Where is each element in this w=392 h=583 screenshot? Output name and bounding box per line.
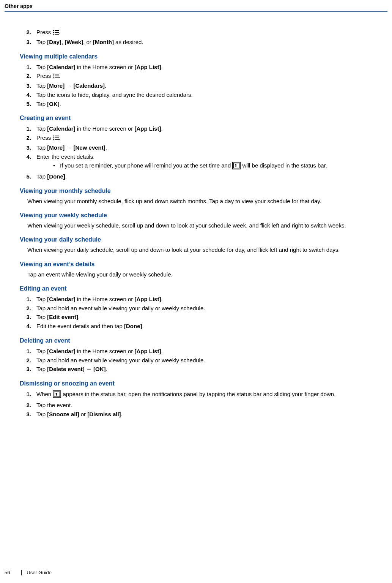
step-text: When appears in the status bar, open the… <box>36 391 335 397</box>
step-number: 1. <box>20 63 31 71</box>
sub-text: If you set a reminder, your phone will r… <box>60 162 327 169</box>
svg-point-6 <box>53 74 54 75</box>
svg-rect-9 <box>55 76 59 76</box>
calendar-icon <box>53 390 61 400</box>
step-text: Enter the event details. <box>36 153 94 160</box>
svg-rect-25 <box>56 393 57 394</box>
step-list: 1.Tap [Calendar] in the Home screen or [… <box>20 125 387 181</box>
step-text: Tap [Done]. <box>36 173 67 180</box>
step-text: Tap [Delete event] → [OK]. <box>36 366 107 372</box>
menu-icon <box>53 73 59 81</box>
menu-icon <box>53 134 59 143</box>
svg-point-10 <box>53 77 54 79</box>
step-item: 3.Tap [More] → [New event]. <box>20 144 387 152</box>
bullet-icon: • <box>53 161 55 170</box>
svg-rect-3 <box>55 32 59 33</box>
step-number: 3. <box>20 38 31 46</box>
svg-rect-15 <box>55 137 59 138</box>
svg-rect-17 <box>55 139 59 140</box>
step-text: Press . <box>36 134 60 141</box>
section-heading: Dismissing or snoozing an event <box>20 380 387 387</box>
step-text: Tap [Calendar] in the Home screen or [Ap… <box>36 64 163 70</box>
section-heading: Viewing your daily schedule <box>20 236 387 243</box>
step-text: Tap [Snooze all] or [Dismiss all]. <box>36 411 123 417</box>
step-number: 2. <box>20 401 31 409</box>
step-text: Tap and hold an event while viewing your… <box>36 357 205 363</box>
svg-point-8 <box>53 76 54 77</box>
step-number: 4. <box>20 322 31 330</box>
svg-rect-7 <box>55 74 59 74</box>
step-number: 5. <box>20 172 31 181</box>
step-list: 1.Tap [Calendar] in the Home screen or [… <box>20 347 387 373</box>
arrow-icon: → <box>86 366 92 372</box>
step-text: Tap [More] → [New event]. <box>36 144 107 151</box>
step-text: Press . <box>36 29 60 35</box>
section-heading: Editing an event <box>20 285 387 292</box>
svg-rect-19 <box>234 163 239 168</box>
svg-rect-1 <box>55 30 59 31</box>
footer-divider <box>21 570 22 575</box>
step-text: Edit the event details and then tap [Don… <box>36 323 144 329</box>
step-item: 1.When appears in the status bar, open t… <box>20 390 387 400</box>
step-item: 1.Tap [Calendar] in the Home screen or [… <box>20 125 387 133</box>
step-number: 2. <box>20 28 31 36</box>
page-number: 56 <box>5 570 17 575</box>
step-number: 3. <box>20 313 31 321</box>
sub-item: •If you set a reminder, your phone will … <box>36 161 387 172</box>
section-heading: Viewing an event’s details <box>20 261 387 268</box>
section-heading: Creating an event <box>20 115 387 122</box>
step-text: Tap [Calendar] in the Home screen or [Ap… <box>36 125 163 132</box>
step-number: 3. <box>20 144 31 152</box>
section-paragraph: Tap an event while viewing your daily or… <box>27 271 387 278</box>
step-text: Tap [Calendar] in the Home screen or [Ap… <box>36 348 163 354</box>
step-number: 3. <box>20 365 31 373</box>
step-item: 3.Tap [Day], [Week], or [Month] as desir… <box>20 38 387 46</box>
step-text: Tap the icons to hide, display, and sync… <box>36 92 193 98</box>
svg-point-0 <box>53 30 54 31</box>
step-number: 4. <box>20 91 31 99</box>
step-item: 4.Enter the event details.•If you set a … <box>20 153 387 172</box>
section-heading: Viewing multiple calendars <box>20 53 387 60</box>
svg-rect-13 <box>55 136 59 136</box>
page-header: Other apps <box>0 3 392 9</box>
step-number: 1. <box>20 295 31 303</box>
svg-point-14 <box>53 137 54 139</box>
svg-point-16 <box>53 139 54 141</box>
step-item: 2.Tap and hold an event while viewing yo… <box>20 304 387 313</box>
document-page: Other apps 2.Press .3.Tap [Day], [Week],… <box>0 0 392 583</box>
page-footer: 56 User Guide <box>5 570 52 575</box>
step-item: 1.Tap [Calendar] in the Home screen or [… <box>20 295 387 303</box>
step-text: Tap [OK]. <box>36 101 61 107</box>
section-paragraph: When viewing your monthly schedule, flic… <box>27 197 387 205</box>
svg-point-4 <box>53 34 54 35</box>
step-number: 3. <box>20 82 31 90</box>
menu-icon <box>53 29 59 37</box>
arrow-icon: → <box>66 144 72 151</box>
step-item: 2.Tap and hold an event while viewing yo… <box>20 356 387 365</box>
step-item: 3.Tap [Snooze all] or [Dismiss all]. <box>20 410 387 419</box>
step-number: 2. <box>20 134 31 142</box>
step-list: 1.When appears in the status bar, open t… <box>20 390 387 418</box>
step-item: 3.Tap [Edit event]. <box>20 313 387 321</box>
step-item: 4.Tap the icons to hide, display, and sy… <box>20 91 387 99</box>
step-text: Press . <box>36 73 60 79</box>
step-item: 2.Press . <box>20 28 387 37</box>
step-text: Tap [Edit event]. <box>36 314 80 320</box>
step-text: Tap and hold an event while viewing your… <box>36 305 205 311</box>
step-number: 2. <box>20 356 31 365</box>
svg-rect-5 <box>55 34 59 35</box>
content-area: 2.Press .3.Tap [Day], [Week], or [Month]… <box>0 12 392 418</box>
step-number: 2. <box>20 72 31 80</box>
step-number: 2. <box>20 304 31 313</box>
step-number: 4. <box>20 153 31 161</box>
step-item: 5.Tap [OK]. <box>20 100 387 108</box>
section-heading: Viewing your monthly schedule <box>20 188 387 194</box>
arrow-icon: → <box>66 82 72 89</box>
step-text: Tap [Day], [Week], or [Month] as desired… <box>36 39 143 45</box>
sub-list: •If you set a reminder, your phone will … <box>36 161 387 172</box>
step-text: Tap [Calendar] in the Home screen or [Ap… <box>36 296 163 302</box>
step-item: 3.Tap [More] → [Calendars]. <box>20 82 387 90</box>
step-item: 1.Tap [Calendar] in the Home screen or [… <box>20 347 387 355</box>
step-number: 3. <box>20 410 31 419</box>
step-text: Tap [More] → [Calendars]. <box>36 82 106 89</box>
